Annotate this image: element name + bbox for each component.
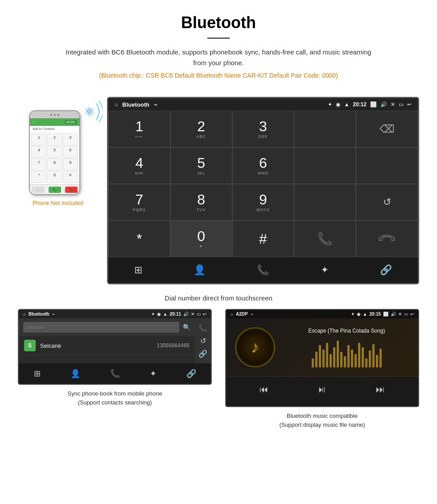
a2dp-location-icon: ◉ bbox=[357, 312, 361, 317]
dial-key-hash[interactable]: # bbox=[232, 221, 294, 257]
nav-phone-icon[interactable]: 📞 bbox=[248, 262, 278, 279]
pb-nav-link[interactable]: 🔗 bbox=[181, 367, 202, 380]
music-note-icon: ♪ bbox=[251, 338, 259, 357]
a2dp-status-bar: ⌂ A2DP ⌁ ✦ ◉ ▲ 20:15 ⬜ 🔊 ✕ ▭ ↩ bbox=[226, 310, 418, 318]
a2dp-signal-icon: ▲ bbox=[363, 312, 367, 317]
page-header: Bluetooth Integrated with BC6 Bluetooth … bbox=[0, 0, 437, 92]
phone-not-included-label: Phone Not Included bbox=[33, 200, 83, 206]
play-pause-btn[interactable]: ⏯ bbox=[309, 382, 335, 397]
nav-grid-icon[interactable]: ⊞ bbox=[125, 262, 151, 279]
dial-call-green[interactable]: 📞 bbox=[294, 221, 356, 257]
phone-add-contacts: Add to Contacts bbox=[30, 126, 79, 132]
dial-key-5[interactable]: 5JKL bbox=[170, 147, 232, 184]
pb-title: Bluetooth bbox=[29, 312, 49, 317]
a2dp-time: 20:15 bbox=[369, 312, 381, 317]
a2dp-window-icon: ▭ bbox=[404, 312, 408, 317]
home-icon[interactable]: ⌂ bbox=[115, 101, 118, 108]
eq-bar bbox=[351, 350, 353, 367]
dial-refresh[interactable]: ↺ bbox=[356, 184, 418, 221]
phone-body: + MORE Add to Contacts 1 2 3 4 5 6 7 8 9 bbox=[29, 110, 80, 195]
status-right: ✦ ◉ ▲ 20:12 ⬜ 🔊 ✕ ▭ ↩ bbox=[328, 101, 412, 108]
phone-key-4: 4 bbox=[31, 146, 46, 158]
dial-key-1[interactable]: 1∾∾ bbox=[108, 111, 170, 147]
dial-key-6[interactable]: 6MNO bbox=[232, 147, 294, 184]
pb-side-link-icon[interactable]: 🔗 bbox=[198, 350, 207, 358]
pb-volume-icon[interactable]: 🔊 bbox=[183, 312, 189, 317]
prev-btn[interactable]: ⏮ bbox=[251, 382, 277, 397]
phone-screen-header: + MORE bbox=[30, 118, 79, 126]
pb-search-input[interactable] bbox=[23, 322, 179, 333]
eq-bar bbox=[347, 345, 350, 367]
pb-nav-contacts[interactable]: 👤 bbox=[65, 367, 86, 380]
dial-key-7[interactable]: 7PQRS bbox=[108, 184, 170, 221]
page-title: Bluetooth bbox=[9, 13, 428, 32]
a2dp-camera-icon: ⬜ bbox=[383, 312, 388, 317]
x-close-icon[interactable]: ✕ bbox=[391, 101, 395, 108]
phone-bottom-bar: ← 📞 📞 bbox=[30, 184, 79, 194]
pb-bottom-nav: ⊞ 👤 📞 ✦ 🔗 bbox=[19, 363, 211, 384]
window-icon: ▭ bbox=[399, 101, 404, 108]
dial-key-4[interactable]: 4GHI bbox=[108, 147, 170, 184]
pb-nav-grid[interactable]: ⊞ bbox=[29, 367, 46, 380]
dial-key-8[interactable]: 8TUV bbox=[170, 184, 232, 221]
status-time: 20:12 bbox=[353, 101, 367, 108]
pb-nav-phone[interactable]: 📞 bbox=[105, 367, 125, 380]
contact-name: Seicane bbox=[40, 342, 153, 349]
a2dp-title: A2DP bbox=[236, 312, 248, 317]
dial-empty-2 bbox=[294, 147, 356, 184]
back-icon[interactable]: ↩ bbox=[407, 101, 412, 108]
phone-key-star: * bbox=[31, 171, 46, 183]
dial-key-3[interactable]: 3DEF bbox=[232, 111, 294, 147]
eq-visualizer bbox=[312, 341, 382, 367]
phone-key-0: 0 bbox=[47, 171, 62, 183]
bt-status-icon: ✦ bbox=[328, 101, 332, 108]
eq-bar bbox=[362, 347, 364, 367]
phone-back-btn: ← bbox=[32, 187, 45, 193]
pb-time: 20:11 bbox=[169, 312, 181, 317]
status-left: ⌂ Bluetooth ⌁ bbox=[115, 101, 157, 108]
eq-bar bbox=[322, 350, 325, 367]
eq-bar bbox=[376, 355, 378, 367]
pb-side-refresh-icon[interactable]: ↺ bbox=[200, 337, 206, 345]
dial-backspace[interactable]: ⌫ bbox=[356, 111, 418, 147]
dial-key-9[interactable]: 9WXYZ bbox=[232, 184, 294, 221]
a2dp-volume-icon[interactable]: 🔊 bbox=[391, 312, 396, 317]
dial-key-2[interactable]: 2ABC bbox=[170, 111, 232, 147]
car-screen-large: ⌂ Bluetooth ⌁ ✦ ◉ ▲ 20:12 ⬜ 🔊 ✕ ▭ ↩ 1∾∾ bbox=[107, 97, 419, 284]
eq-bar bbox=[358, 343, 360, 367]
phone-key-6: 6 bbox=[63, 146, 78, 158]
a2dp-status-left: ⌂ A2DP ⌁ bbox=[231, 312, 253, 317]
nav-contacts-icon[interactable]: 👤 bbox=[185, 262, 214, 279]
dial-key-0[interactable]: 0+ bbox=[170, 221, 232, 257]
nav-link-icon[interactable]: 🔗 bbox=[371, 262, 401, 279]
phone-key-7: 7 bbox=[31, 158, 46, 171]
pb-signal-icon: ▲ bbox=[163, 312, 168, 317]
song-title: Escape (The Pina Colada Song) bbox=[308, 328, 385, 334]
pb-status-bar: ⌂ Bluetooth ⌁ ✦ ◉ ▲ 20:11 🔊 ✕ ▭ ↩ bbox=[19, 310, 211, 318]
dial-empty-3 bbox=[356, 147, 418, 184]
search-icon[interactable]: 🔍 bbox=[183, 324, 190, 331]
pb-nav-bt[interactable]: ✦ bbox=[144, 367, 162, 380]
phone-call-btn: 📞 bbox=[49, 187, 61, 193]
nav-bluetooth-icon[interactable]: ✦ bbox=[312, 262, 338, 279]
a2dp-home-icon[interactable]: ⌂ bbox=[231, 312, 233, 317]
pb-home-icon[interactable]: ⌂ bbox=[23, 312, 26, 317]
a2dp-back-icon[interactable]: ↩ bbox=[410, 312, 414, 317]
dial-key-star[interactable]: * bbox=[108, 221, 170, 257]
dial-call-red[interactable]: 📞 bbox=[356, 221, 418, 257]
eq-bar bbox=[326, 343, 328, 367]
a2dp-x-icon[interactable]: ✕ bbox=[398, 312, 402, 317]
bluetooth-waves-icon: ⚛ bbox=[76, 99, 103, 124]
title-divider bbox=[207, 37, 230, 39]
pb-x-icon[interactable]: ✕ bbox=[191, 312, 194, 317]
volume-icon[interactable]: 🔊 bbox=[380, 101, 387, 108]
dial-empty-4 bbox=[294, 184, 356, 221]
contact-phone: 13566664466 bbox=[157, 342, 190, 349]
usb-icon: ⌁ bbox=[154, 101, 157, 108]
next-btn[interactable]: ⏭ bbox=[367, 382, 394, 397]
pb-back-icon[interactable]: ↩ bbox=[203, 312, 206, 317]
phone-dot-3 bbox=[57, 114, 59, 116]
pb-right-icons: 📞 ↺ 🔗 bbox=[195, 318, 211, 363]
page-specs: (Bluetooth chip : CSR BC6 Default Blueto… bbox=[9, 72, 428, 79]
pb-side-phone-icon[interactable]: 📞 bbox=[198, 324, 207, 332]
